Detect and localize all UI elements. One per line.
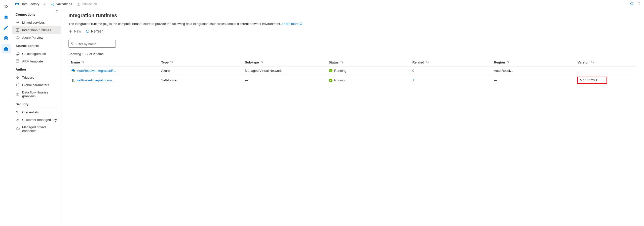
refresh-icon	[630, 2, 634, 6]
validate-icon	[51, 2, 55, 6]
new-button[interactable]: New	[68, 29, 81, 33]
runtime-name-cell[interactable]: AutoResolveIntegrationR...	[68, 67, 159, 75]
svg-point-11	[17, 54, 18, 55]
filter-box	[68, 40, 116, 48]
type-cell: Self-Hosted	[159, 75, 243, 86]
author-button[interactable]	[2, 23, 11, 32]
toolbox-icon	[4, 46, 9, 51]
section-author-title: Author	[12, 65, 61, 73]
sort-icon[interactable]	[506, 60, 509, 63]
sort-icon[interactable]	[426, 60, 429, 63]
table-row: AutoResolveIntegrationR...AzureManaged V…	[68, 67, 637, 75]
trash-icon	[637, 2, 641, 6]
expand-rail-button[interactable]	[2, 2, 11, 11]
sidebar-item-data-flow-libraries[interactable]: Data flow libraries (preview)	[12, 89, 61, 100]
eye-icon	[16, 36, 20, 40]
factory-label: Data Factory	[21, 2, 39, 6]
sidebar-item-azure-purview[interactable]: Azure Purview	[12, 34, 61, 41]
manage-button[interactable]	[2, 44, 11, 53]
sidebar-item-linked-services[interactable]: Linked services	[12, 19, 61, 26]
sidebar-item-git-configuration[interactable]: Git configuration	[12, 50, 61, 57]
svg-rect-19	[72, 79, 73, 79]
publish-all-button[interactable]: Publish all	[77, 2, 97, 6]
sidebar-item-triggers[interactable]: Triggers	[12, 74, 61, 81]
chevron-double-right-icon	[4, 4, 9, 9]
link-icon	[16, 20, 20, 24]
column-type[interactable]: Type	[159, 58, 243, 67]
section-connections-title: Connections	[12, 10, 61, 18]
runtime-name-cell[interactable]: selfhostedintegrationrun...	[68, 75, 159, 86]
svg-point-15	[16, 119, 18, 120]
refresh-icon	[86, 29, 90, 33]
svg-point-10	[17, 53, 18, 53]
version-cell: 5.16.8126.1	[575, 75, 637, 86]
discard-button[interactable]	[637, 2, 641, 6]
plus-icon	[68, 29, 72, 33]
column-name[interactable]: Name	[68, 58, 159, 67]
cloud-runtime-icon	[71, 69, 75, 73]
sidebar-item-label: ARM template	[22, 59, 43, 63]
filter-input[interactable]	[68, 40, 116, 48]
sidebar-item-credentials[interactable]: Credentials	[12, 108, 61, 116]
table-row: selfhostedintegrationrun...Self-Hosted--…	[68, 75, 637, 86]
column-subtype[interactable]: Sub-type	[242, 58, 326, 67]
sidebar-item-label: Credentials	[22, 110, 39, 114]
manage-sidebar: Connections Linked services Integration …	[12, 8, 61, 226]
region-cell: ---	[491, 75, 575, 86]
left-icon-rail	[0, 0, 12, 226]
sidebar-item-integration-runtimes[interactable]: Integration runtimes	[12, 26, 61, 34]
sidebar-collapse-button[interactable]	[55, 10, 59, 14]
svg-point-8	[17, 29, 18, 30]
runtimes-table: Name Type Sub-type Status Related Region…	[68, 58, 637, 86]
external-link-icon	[299, 22, 302, 25]
sort-icon[interactable]	[81, 60, 84, 63]
sidebar-item-label: Customer managed key	[22, 118, 57, 122]
home-button[interactable]	[2, 13, 11, 22]
column-version[interactable]: Version	[575, 58, 637, 67]
chevron-down-icon	[43, 3, 46, 6]
runtime-icon	[16, 28, 20, 32]
refresh-button[interactable]: Refresh	[86, 29, 103, 33]
learn-more-link[interactable]: Learn more	[282, 22, 302, 26]
server-runtime-icon	[71, 78, 75, 82]
subtype-cell: Managed Virtual Network	[242, 67, 326, 75]
publish-icon	[77, 2, 81, 6]
sidebar-item-global-parameters[interactable]: Global parameters	[12, 81, 61, 89]
subtype-cell: ---	[242, 75, 326, 86]
column-region[interactable]: Region	[491, 58, 575, 67]
bolt-icon	[16, 75, 20, 79]
publish-label: Publish all	[82, 2, 97, 6]
cloud-lock-icon	[16, 127, 20, 131]
column-related[interactable]: Related	[410, 58, 491, 67]
refresh-global-button[interactable]	[630, 2, 634, 6]
sidebar-item-label: Azure Purview	[22, 36, 43, 40]
monitor-button[interactable]	[2, 34, 11, 43]
version-cell: ---	[575, 67, 637, 75]
sidebar-item-label: Managed private endpoints	[22, 125, 58, 133]
person-key-icon	[16, 110, 20, 114]
parameters-icon	[16, 83, 20, 87]
sort-icon[interactable]	[170, 60, 173, 63]
validate-all-button[interactable]: Validate all	[51, 2, 72, 6]
sidebar-item-arm-template[interactable]: ARM template	[12, 57, 61, 65]
sidebar-item-label: Triggers	[22, 76, 34, 79]
sort-icon[interactable]	[591, 60, 594, 63]
factory-selector[interactable]: Data Factory	[15, 2, 46, 6]
chevron-double-left-icon	[55, 10, 59, 13]
related-link[interactable]: 1	[412, 78, 414, 82]
svg-rect-4	[5, 47, 7, 48]
sort-icon[interactable]	[260, 60, 263, 63]
svg-rect-20	[72, 80, 73, 80]
sidebar-item-label: Integration runtimes	[22, 28, 51, 32]
page-title: Integration runtimes	[68, 13, 637, 18]
sidebar-item-customer-managed-key[interactable]: Customer managed key	[12, 116, 61, 123]
svg-rect-5	[4, 49, 8, 49]
status-cell: Running	[326, 75, 410, 86]
sort-icon[interactable]	[340, 60, 343, 63]
sidebar-item-managed-private-endpoints[interactable]: Managed private endpoints	[12, 123, 61, 135]
section-source-control-title: Source control	[12, 41, 61, 49]
column-status[interactable]: Status	[326, 58, 410, 67]
key-icon	[16, 118, 20, 122]
status-cell: Running	[326, 67, 410, 75]
gauge-icon	[4, 36, 9, 41]
